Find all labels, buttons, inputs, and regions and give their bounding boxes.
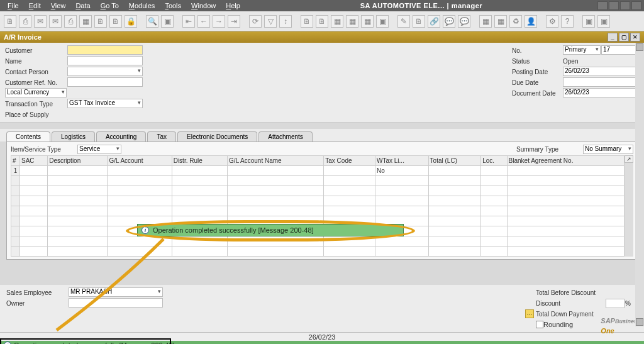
tool-find-icon[interactable]: 🔍 <box>146 15 158 28</box>
table-row <box>11 176 625 186</box>
table-row[interactable]: 1 No <box>11 166 625 176</box>
menu-modules[interactable]: Modules <box>124 2 160 9</box>
tool-help-icon[interactable]: ? <box>561 15 574 28</box>
tool-payment-means-icon[interactable]: ▦ <box>346 15 358 28</box>
name-field[interactable] <box>67 56 143 65</box>
tool-first-icon[interactable]: ⇤ <box>182 15 195 28</box>
customer-field[interactable] <box>67 45 143 55</box>
due-field[interactable] <box>563 77 639 87</box>
col-dr[interactable]: Distr. Rule <box>172 156 227 166</box>
scroll-up-icon[interactable] <box>636 43 643 51</box>
app-restore-icon[interactable] <box>620 1 630 10</box>
grid-scroll-link-icon[interactable]: ↗ <box>625 155 633 163</box>
tool-journal-icon[interactable]: ✎ <box>397 15 410 28</box>
tool-trans-icon[interactable]: 🗎 <box>413 15 425 28</box>
tool-prev-icon[interactable]: ← <box>197 15 210 28</box>
col-wtax[interactable]: WTax Li... <box>375 156 429 166</box>
menu-edit[interactable]: Edit <box>24 2 46 9</box>
tool-user-icon[interactable]: 👤 <box>525 15 537 28</box>
tool-calendar-icon[interactable]: ▦ <box>479 15 492 28</box>
col-blanket[interactable]: Blanket Agreement No. <box>507 156 625 166</box>
menu-window[interactable]: Window <box>186 2 221 9</box>
window-close-icon[interactable]: ✕ <box>630 33 640 42</box>
tool-message-icon[interactable]: 💬 <box>443 15 455 28</box>
tool-workflow-icon[interactable]: ♻ <box>509 15 522 28</box>
no-val-field[interactable]: 17 <box>601 45 639 55</box>
owner-field[interactable] <box>69 298 163 308</box>
discount-field[interactable] <box>606 299 625 308</box>
summary-field[interactable]: No Summary <box>583 145 633 154</box>
posting-field[interactable]: 26/02/23 <box>563 67 639 76</box>
tdp-arrow-icon[interactable]: … <box>525 309 534 318</box>
footer-form: Sales Employee MR PRAKASH Owner Total Be… <box>0 285 644 332</box>
tool-next-icon[interactable]: → <box>213 15 225 28</box>
tool-print-icon[interactable]: ⎙ <box>19 15 31 28</box>
menu-view[interactable]: View <box>46 2 71 9</box>
docdate-field[interactable]: 26/02/23 <box>563 88 639 97</box>
no-type-field[interactable]: Primary <box>563 45 601 55</box>
tool-link-icon[interactable]: 🔗 <box>428 15 440 28</box>
main-scrollbar[interactable] <box>635 43 644 326</box>
tool-preview-icon[interactable]: 🗎 <box>4 15 16 28</box>
col-desc[interactable]: Description <box>48 156 108 166</box>
tool-add-icon[interactable]: ▣ <box>161 15 174 28</box>
status-message: Operation completed successfully [Messag… <box>14 341 175 344</box>
tab-logistics[interactable]: Logistics <box>52 131 95 141</box>
grid-scrollbar[interactable]: ↗ <box>625 155 633 257</box>
tool-target-doc-icon[interactable]: 🗎 <box>316 15 328 28</box>
col-sac[interactable]: SAC <box>20 156 48 166</box>
currency-field[interactable]: Local Currency <box>5 88 67 97</box>
tool-gross-profit-icon[interactable]: ▦ <box>331 15 343 28</box>
menu-file[interactable]: File <box>3 2 24 9</box>
col-gl[interactable]: G/L Account <box>108 156 172 166</box>
tool-alert-icon[interactable]: 💬 <box>458 15 470 28</box>
tab-edocs[interactable]: Electronic Documents <box>177 131 257 141</box>
tool-sort-icon[interactable]: ↕ <box>279 15 292 28</box>
tool-export-pdf-icon[interactable]: 🗎 <box>109 15 122 28</box>
tab-accounting[interactable]: Accounting <box>96 131 146 141</box>
tool-volume-icon[interactable]: ▦ <box>361 15 374 28</box>
tab-attachments[interactable]: Attachments <box>258 131 313 141</box>
tool-export-excel-icon[interactable]: ▦ <box>79 15 92 28</box>
col-tax[interactable]: Tax Code <box>324 156 375 166</box>
tool-refresh-icon[interactable]: ⟳ <box>249 15 262 28</box>
tab-tax[interactable]: Tax <box>147 131 176 141</box>
tool-fax-icon[interactable]: ⎙ <box>64 15 77 28</box>
custref-field[interactable] <box>67 77 143 87</box>
tool-layout-icon[interactable]: ▣ <box>376 15 389 28</box>
tool-settings-icon[interactable]: ⚙ <box>546 15 558 28</box>
tool-filter-icon[interactable]: ▽ <box>264 15 277 28</box>
contact-field[interactable] <box>67 67 143 76</box>
tool-base-doc-icon[interactable]: 🗎 <box>301 15 313 28</box>
itemservice-field[interactable]: Service <box>77 145 121 154</box>
col-gln[interactable]: G/L Account Name <box>228 156 324 166</box>
rounding-checkbox[interactable] <box>536 321 543 328</box>
callout: i Operation completed successfully [Mess… <box>126 220 415 241</box>
app-minimize-icon[interactable] <box>609 1 619 10</box>
scroll-down-icon[interactable] <box>636 318 643 326</box>
tool-export-word-icon[interactable]: 🗎 <box>94 15 107 28</box>
tool-addon2-icon[interactable]: ▣ <box>597 15 610 28</box>
menubar-icon-1[interactable] <box>597 1 608 10</box>
tool-lock-icon[interactable]: 🔒 <box>125 15 137 28</box>
salesemp-field[interactable]: MR PRAKASH <box>69 287 163 297</box>
tool-last-icon[interactable]: ⇥ <box>228 15 240 28</box>
app-close-icon[interactable] <box>631 1 641 10</box>
summary-label: Summary Type <box>516 146 579 153</box>
menu-goto[interactable]: Go To <box>96 2 124 9</box>
menu-help[interactable]: Help <box>221 2 245 9</box>
col-num[interactable]: # <box>11 156 20 166</box>
transtype-field[interactable]: GST Tax Invoice <box>67 99 143 108</box>
col-loc[interactable]: Loc. <box>481 156 507 166</box>
tab-contents[interactable]: Contents <box>6 131 50 141</box>
tool-sms-icon[interactable]: ✉ <box>49 15 62 28</box>
tool-email-icon[interactable]: ✉ <box>34 15 47 28</box>
window-minimize-icon[interactable]: _ <box>608 33 618 42</box>
menu-data[interactable]: Data <box>70 2 95 9</box>
col-total[interactable]: Total (LC) <box>428 156 481 166</box>
salesemp-label: Sales Employee <box>6 287 68 297</box>
tool-branches-icon[interactable]: ▦ <box>494 15 507 28</box>
tool-addon1-icon[interactable]: ▣ <box>582 15 595 28</box>
window-restore-icon[interactable]: ▢ <box>619 33 629 42</box>
menu-tools[interactable]: Tools <box>160 2 186 9</box>
